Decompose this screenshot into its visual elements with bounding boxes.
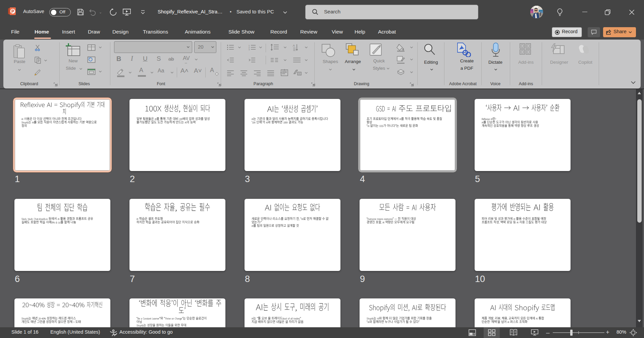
svg-text:P: P bbox=[11, 9, 14, 14]
svg-text:A: A bbox=[293, 44, 295, 47]
svg-text:3: 3 bbox=[249, 49, 250, 50]
